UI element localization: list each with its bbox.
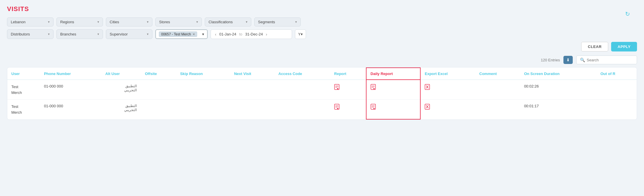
col-alt-user: Alt User bbox=[101, 68, 141, 80]
close-icon[interactable]: × bbox=[193, 32, 195, 36]
cell-out-of-r bbox=[596, 80, 637, 100]
daily-report-pdf-icon[interactable] bbox=[371, 85, 376, 91]
filter-lebanon[interactable]: Lebanon ▾ bbox=[7, 17, 54, 26]
chevron-down-icon: ▾ bbox=[147, 32, 149, 36]
header-area: VISITS ↻ Lebanon ▾ Regions ▾ Cities ▾ St… bbox=[7, 5, 637, 51]
chevron-down-icon: ▾ bbox=[97, 32, 99, 36]
col-export-excel: Export Excel bbox=[420, 68, 475, 80]
col-daily-report: Daily Report bbox=[366, 68, 420, 80]
cell-access-code bbox=[274, 80, 330, 100]
svg-point-3 bbox=[373, 88, 375, 89]
date-range: ‹ 01-Jan-24 to 31-Dec-24 › bbox=[211, 29, 292, 39]
cell-comment bbox=[475, 100, 520, 120]
merch-tag: 00657 - Test Merch × bbox=[159, 31, 197, 37]
action-buttons: CLEAR APPLY bbox=[7, 42, 637, 51]
export-excel-icon[interactable] bbox=[425, 85, 430, 91]
page-title: VISITS bbox=[7, 5, 637, 13]
chevron-down-icon: ▾ bbox=[301, 32, 303, 36]
cell-alt-user: التطبيقالتجريبي bbox=[101, 80, 141, 100]
table-header-row: User Phone Number Alt User Offsite Skip … bbox=[7, 68, 637, 80]
table-row: TestMerch 01-000 000 التطبيقالتجريبي bbox=[7, 80, 637, 100]
cell-offsite bbox=[141, 100, 176, 120]
cell-alt-user: التطبيقالتجريبي bbox=[101, 100, 141, 120]
filter-row-2: Distributors ▾ Branches ▾ Supervisor ▾ 0… bbox=[7, 29, 637, 39]
filter-classifications[interactable]: Classifications ▾ bbox=[205, 17, 251, 26]
col-next-visit: Next Visit bbox=[230, 68, 274, 80]
col-offsite: Offsite bbox=[141, 68, 176, 80]
date-from: 01-Jan-24 bbox=[219, 32, 236, 36]
cell-out-of-r bbox=[596, 100, 637, 120]
cell-skip-reason bbox=[176, 100, 230, 120]
col-comment: Comment bbox=[475, 68, 520, 80]
cell-export-excel bbox=[420, 100, 475, 120]
svg-rect-0 bbox=[335, 84, 339, 90]
table-toolbar: 120 Entries ⬇ 🔍 bbox=[7, 56, 637, 64]
export-excel-icon[interactable] bbox=[425, 105, 430, 111]
next-date-icon[interactable]: › bbox=[266, 32, 267, 37]
chevron-down-icon: ▾ bbox=[295, 20, 297, 24]
cell-access-code bbox=[274, 100, 330, 120]
period-select[interactable]: Y ▾ bbox=[295, 29, 306, 39]
report-pdf-icon[interactable] bbox=[334, 85, 339, 91]
filter-cities[interactable]: Cities ▾ bbox=[106, 17, 152, 26]
chevron-down-icon: ▾ bbox=[196, 20, 198, 24]
chevron-down-icon: ▾ bbox=[202, 32, 204, 36]
apply-button[interactable]: APPLY bbox=[611, 42, 637, 51]
col-on-screen-duration: On Screen Duration bbox=[520, 68, 597, 80]
refresh-icon[interactable]: ↻ bbox=[625, 10, 630, 17]
col-report: Report bbox=[330, 68, 366, 80]
download-button[interactable]: ⬇ bbox=[563, 56, 573, 64]
chevron-down-icon: ▾ bbox=[147, 20, 149, 24]
cell-comment bbox=[475, 80, 520, 100]
filter-branches[interactable]: Branches ▾ bbox=[56, 29, 103, 39]
cell-export-excel bbox=[420, 80, 475, 100]
col-phone: Phone Number bbox=[40, 68, 101, 80]
page-container: VISITS ↻ Lebanon ▾ Regions ▾ Cities ▾ St… bbox=[0, 0, 644, 196]
col-out-of-r: Out of R bbox=[596, 68, 637, 80]
col-access-code: Access Code bbox=[274, 68, 330, 80]
svg-rect-7 bbox=[371, 104, 376, 109]
filter-regions[interactable]: Regions ▾ bbox=[56, 17, 103, 26]
cell-daily-report bbox=[366, 100, 420, 120]
chevron-down-icon: ▾ bbox=[48, 20, 50, 24]
svg-point-1 bbox=[337, 88, 338, 89]
cell-daily-report bbox=[366, 80, 420, 100]
cell-phone: 01-000 000 bbox=[40, 80, 101, 100]
cell-next-visit bbox=[230, 100, 274, 120]
cell-skip-reason bbox=[176, 80, 230, 100]
entries-count: 120 Entries bbox=[541, 58, 560, 62]
cell-duration: 00:01:17 bbox=[520, 100, 597, 120]
chevron-down-icon: ▾ bbox=[246, 20, 248, 24]
table-row: TestMerch 01-000 000 التطبيقالتجريبي bbox=[7, 100, 637, 120]
cell-offsite bbox=[141, 80, 176, 100]
cell-report bbox=[330, 100, 366, 120]
svg-rect-5 bbox=[335, 104, 339, 109]
report-pdf-icon[interactable] bbox=[334, 105, 339, 111]
filter-supervisor[interactable]: Supervisor ▾ bbox=[106, 29, 152, 39]
chevron-down-icon: ▾ bbox=[48, 32, 50, 36]
date-to: 31-Dec-24 bbox=[245, 32, 263, 36]
filter-segments[interactable]: Segments ▾ bbox=[254, 17, 301, 26]
download-icon: ⬇ bbox=[566, 58, 570, 62]
cell-phone: 01-000 000 bbox=[40, 100, 101, 120]
chevron-down-icon: ▾ bbox=[97, 20, 99, 24]
filter-merch[interactable]: 00657 - Test Merch × ▾ bbox=[155, 29, 208, 39]
col-skip-reason: Skip Reason bbox=[176, 68, 230, 80]
search-box[interactable]: 🔍 bbox=[576, 56, 637, 64]
cell-user: TestMerch bbox=[7, 100, 40, 120]
daily-report-pdf-icon[interactable] bbox=[371, 105, 376, 111]
filter-distributors[interactable]: Distributors ▾ bbox=[7, 29, 54, 39]
search-icon: 🔍 bbox=[580, 58, 585, 62]
col-user: User bbox=[7, 68, 40, 80]
search-input[interactable] bbox=[587, 58, 633, 62]
cell-report bbox=[330, 80, 366, 100]
svg-point-6 bbox=[337, 108, 338, 109]
svg-rect-2 bbox=[371, 84, 376, 90]
prev-date-icon[interactable]: ‹ bbox=[215, 32, 216, 37]
cell-user: TestMerch bbox=[7, 80, 40, 100]
clear-button[interactable]: CLEAR bbox=[581, 42, 608, 51]
filter-stores[interactable]: Stores ▾ bbox=[155, 17, 202, 26]
filter-row-1: Lebanon ▾ Regions ▾ Cities ▾ Stores ▾ Cl… bbox=[7, 17, 637, 26]
date-separator: to bbox=[239, 32, 242, 36]
data-table: User Phone Number Alt User Offsite Skip … bbox=[7, 67, 637, 120]
